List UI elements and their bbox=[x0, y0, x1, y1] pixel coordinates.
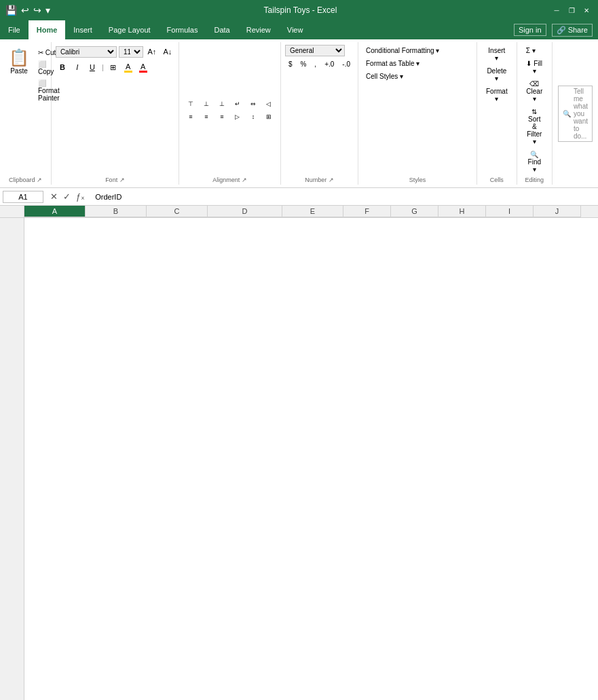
border-button[interactable]: ⊞ bbox=[107, 60, 120, 74]
number-format-select[interactable]: General bbox=[285, 45, 345, 56]
paste-button[interactable]: 📋 Paste bbox=[4, 45, 34, 175]
wrap-text-button[interactable]: ↵ bbox=[230, 98, 245, 110]
corner-header bbox=[0, 206, 24, 217]
title-bar: 💾 ↩ ↪ ▾ Tailspin Toys - Excel ─ ❐ ✕ bbox=[0, 0, 598, 20]
italic-button[interactable]: I bbox=[71, 60, 84, 74]
col-header-a[interactable]: A bbox=[24, 206, 86, 217]
redo-icon[interactable]: ↪ bbox=[33, 5, 41, 16]
search-area: 🔍 Tell me what you want to do... bbox=[553, 42, 598, 185]
clear-button[interactable]: ⌫ Clear ▾ bbox=[521, 78, 548, 105]
quick-access-toolbar: 💾 ↩ ↪ ▾ bbox=[5, 5, 50, 16]
tab-home[interactable]: Home bbox=[29, 20, 66, 39]
sign-in-button[interactable]: Sign in bbox=[514, 24, 546, 36]
format-cells-button[interactable]: Format ▾ bbox=[481, 86, 512, 105]
quick-access-more-icon[interactable]: ▾ bbox=[45, 5, 50, 16]
align-middle-button[interactable]: ⊥ bbox=[199, 98, 214, 110]
tab-data[interactable]: Data bbox=[206, 20, 238, 39]
indent-inc-button[interactable]: ▷ bbox=[230, 111, 245, 123]
paste-icon: 📋 bbox=[9, 48, 29, 67]
orientation-button[interactable]: ↕ bbox=[246, 111, 261, 123]
font-color-button[interactable]: A bbox=[136, 60, 150, 74]
alignment-buttons: ⊤ ⊥ ⊥ ↵ ⇔ ◁ ≡ ≡ ≡ ▷ ↕ ⊞ bbox=[183, 45, 276, 175]
restore-button[interactable]: ❐ bbox=[565, 4, 578, 16]
insert-function-icon[interactable]: ƒₓ bbox=[75, 190, 86, 203]
formula-bar: A1 ✕ ✓ ƒₓ bbox=[0, 188, 598, 206]
sort-filter-button[interactable]: ⇅ Sort & Filter ▾ bbox=[521, 106, 548, 147]
minimize-button[interactable]: ─ bbox=[550, 4, 563, 16]
align-top-button[interactable]: ⊤ bbox=[183, 98, 198, 110]
align-center-button[interactable]: ≡ bbox=[199, 111, 214, 123]
conditional-formatting-button[interactable]: Conditional Formatting ▾ bbox=[362, 45, 472, 56]
window-controls: ─ ❐ ✕ bbox=[550, 4, 593, 16]
formula-input[interactable] bbox=[92, 191, 595, 203]
clipboard-group-content: 📋 Paste ✂ Cut ⬜ Copy ⬜ Format Painter bbox=[4, 45, 47, 175]
cell-styles-button[interactable]: Cell Styles ▾ bbox=[362, 71, 472, 82]
decimal-dec-button[interactable]: -.0 bbox=[339, 58, 354, 70]
editing-group: Σ ▾ ⬇ Fill ▾ ⌫ Clear ▾ ⇅ Sort & Filter ▾… bbox=[517, 42, 553, 185]
tab-view[interactable]: View bbox=[279, 20, 312, 39]
font-size-select[interactable]: 11 bbox=[119, 46, 143, 58]
tab-formulas[interactable]: Formulas bbox=[159, 20, 206, 39]
search-icon: 🔍 bbox=[563, 110, 571, 117]
currency-button[interactable]: $ bbox=[285, 58, 296, 70]
share-button[interactable]: 🔗 Share bbox=[552, 24, 593, 37]
tab-file[interactable]: File bbox=[0, 20, 29, 39]
styles-content: Conditional Formatting ▾ Format as Table… bbox=[362, 45, 472, 175]
ribbon-content: 📋 Paste ✂ Cut ⬜ Copy ⬜ Format Painter Cl… bbox=[0, 39, 598, 187]
col-header-c[interactable]: C bbox=[147, 206, 208, 217]
undo-icon[interactable]: ↩ bbox=[21, 5, 29, 16]
editing-label: Editing bbox=[521, 175, 548, 185]
search-box[interactable]: 🔍 Tell me what you want to do... bbox=[558, 86, 593, 142]
percent-button[interactable]: % bbox=[297, 58, 310, 70]
close-button[interactable]: ✕ bbox=[580, 4, 593, 16]
decimal-inc-button[interactable]: +.0 bbox=[321, 58, 337, 70]
format-button[interactable]: ⊞ bbox=[261, 111, 276, 123]
col-header-f[interactable]: F bbox=[343, 206, 391, 217]
font-row-1: Calibri 11 A↑ A↓ bbox=[56, 45, 174, 58]
confirm-formula-icon[interactable]: ✓ bbox=[62, 190, 72, 203]
font-group-content: Calibri 11 A↑ A↓ B I U | ⊞ A A bbox=[56, 45, 174, 175]
comma-button[interactable]: , bbox=[311, 58, 320, 70]
sheet-body bbox=[0, 218, 598, 700]
autosum-button[interactable]: Σ ▾ bbox=[521, 45, 548, 56]
styles-label: Styles bbox=[362, 175, 472, 185]
number-buttons-row: $ % , +.0 -.0 bbox=[285, 58, 354, 70]
col-header-i[interactable]: I bbox=[486, 206, 534, 217]
align-left-button[interactable]: ≡ bbox=[183, 111, 198, 123]
cancel-formula-icon[interactable]: ✕ bbox=[49, 190, 59, 203]
insert-cells-button[interactable]: Insert ▾ bbox=[481, 45, 512, 64]
col-header-g[interactable]: G bbox=[391, 206, 438, 217]
bold-button[interactable]: B bbox=[56, 60, 69, 74]
ribbon: File Home Insert Page Layout Formulas Da… bbox=[0, 20, 598, 188]
font-color-icon: A bbox=[139, 62, 147, 73]
sheet-area: A B C D E F G H I J bbox=[0, 206, 598, 700]
column-headers: A B C D E F G H I J bbox=[0, 206, 598, 218]
font-name-select[interactable]: Calibri bbox=[56, 46, 117, 58]
editing-content: Σ ▾ ⬇ Fill ▾ ⌫ Clear ▾ ⇅ Sort & Filter ▾… bbox=[521, 45, 548, 175]
find-select-button[interactable]: 🔍 Find ▾ bbox=[521, 149, 548, 175]
align-bottom-button[interactable]: ⊥ bbox=[214, 98, 229, 110]
save-icon[interactable]: 💾 bbox=[5, 5, 17, 16]
underline-button[interactable]: U bbox=[86, 60, 99, 74]
font-increase-button[interactable]: A↑ bbox=[145, 45, 159, 58]
name-box[interactable]: A1 bbox=[3, 191, 43, 203]
fill-button[interactable]: ⬇ Fill ▾ bbox=[521, 58, 548, 77]
col-header-d[interactable]: D bbox=[208, 206, 282, 217]
tab-page-layout[interactable]: Page Layout bbox=[100, 20, 159, 39]
formula-icons: ✕ ✓ ƒₓ bbox=[46, 190, 89, 203]
col-header-e[interactable]: E bbox=[282, 206, 343, 217]
indent-dec-button[interactable]: ◁ bbox=[261, 98, 276, 110]
tab-insert[interactable]: Insert bbox=[65, 20, 100, 39]
col-header-h[interactable]: H bbox=[438, 206, 486, 217]
font-decrease-button[interactable]: A↓ bbox=[161, 45, 174, 58]
col-header-j[interactable]: J bbox=[534, 206, 581, 217]
fill-color-button[interactable]: A bbox=[122, 60, 135, 74]
align-right-button[interactable]: ≡ bbox=[214, 111, 229, 123]
delete-cells-button[interactable]: Delete ▾ bbox=[481, 65, 512, 84]
font-group: Calibri 11 A↑ A↓ B I U | ⊞ A A bbox=[52, 42, 179, 185]
grid-container[interactable] bbox=[24, 218, 598, 700]
merge-button[interactable]: ⇔ bbox=[246, 98, 261, 110]
col-header-b[interactable]: B bbox=[86, 206, 147, 217]
tab-review[interactable]: Review bbox=[238, 20, 279, 39]
format-as-table-button[interactable]: Format as Table ▾ bbox=[362, 58, 472, 69]
